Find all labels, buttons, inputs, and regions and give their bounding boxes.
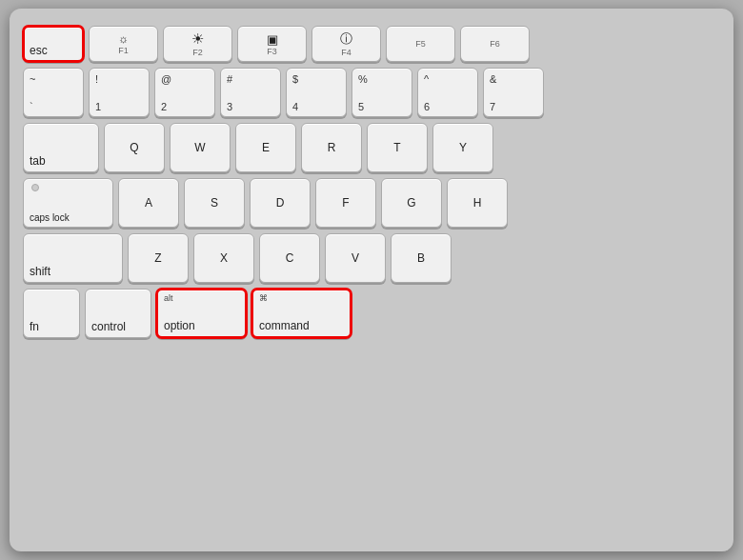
caps-lock-dot: [31, 184, 39, 191]
zxcv-row: shift Z X C V B: [23, 233, 720, 283]
w-label: W: [194, 141, 205, 154]
x-label: X: [220, 251, 228, 265]
key-f4[interactable]: ⓘ F4: [311, 26, 381, 62]
5-symbol: %: [358, 73, 368, 85]
key-7[interactable]: & 7: [483, 68, 544, 117]
bottom-row: fn control alt option ⌘ command: [23, 289, 720, 338]
f-label: F: [342, 196, 349, 210]
number-row: ~ ` ! 1 @ 2 # 3 $ 4 % 5 ^ 6 & 7: [23, 68, 720, 117]
r-label: R: [328, 141, 336, 154]
f5-label: F5: [415, 39, 426, 49]
f3-label: F3: [267, 47, 277, 56]
key-d[interactable]: D: [250, 178, 311, 228]
key-f5[interactable]: F5: [386, 26, 455, 62]
c-label: C: [286, 251, 294, 265]
key-b[interactable]: B: [391, 233, 452, 283]
f1-label: F1: [118, 46, 129, 55]
1-symbol: !: [95, 73, 98, 85]
fn-label: fn: [30, 320, 39, 333]
t-label: T: [393, 141, 400, 154]
key-f1[interactable]: ☼ F1: [89, 26, 158, 62]
tilde-symbol: ~: [30, 73, 35, 85]
f3-icon: ▣: [267, 32, 278, 47]
key-t[interactable]: T: [367, 123, 428, 172]
key-5[interactable]: % 5: [351, 68, 412, 117]
key-option[interactable]: alt option: [156, 289, 247, 338]
a-label: A: [145, 196, 152, 210]
3-main: 3: [227, 101, 232, 112]
qwerty-row: tab Q W E R T Y: [23, 123, 720, 172]
v-label: V: [351, 251, 359, 265]
fn-row: esc ☼ F1 ☀ F2 ▣ F3 ⓘ F4 F5 F6: [23, 26, 720, 62]
command-label: command: [259, 319, 310, 332]
key-r[interactable]: R: [301, 123, 362, 172]
key-h[interactable]: H: [447, 178, 508, 228]
q-label: Q: [130, 141, 138, 154]
4-symbol: $: [292, 73, 298, 85]
key-f6[interactable]: F6: [460, 26, 530, 62]
f1-icon: ☼: [118, 32, 129, 46]
key-6[interactable]: ^ 6: [417, 68, 478, 117]
1-main: 1: [95, 101, 101, 112]
e-label: E: [262, 141, 270, 154]
shift-label: shift: [30, 265, 50, 278]
f2-icon: ☀: [191, 30, 204, 48]
key-tilde[interactable]: ~ `: [23, 68, 84, 117]
key-fn[interactable]: fn: [23, 289, 80, 338]
key-w[interactable]: W: [170, 123, 231, 172]
key-f[interactable]: F: [315, 178, 376, 228]
key-x[interactable]: X: [193, 233, 254, 283]
key-f3[interactable]: ▣ F3: [237, 26, 307, 62]
d-label: D: [276, 196, 285, 210]
key-e[interactable]: E: [235, 123, 296, 172]
2-main: 2: [161, 101, 167, 112]
f2-label: F2: [192, 48, 203, 57]
tab-label: tab: [30, 154, 46, 168]
key-f2[interactable]: ☀ F2: [163, 26, 232, 62]
key-command[interactable]: ⌘ command: [251, 289, 351, 338]
key-v[interactable]: V: [325, 233, 386, 283]
caps-lock-label: caps lock: [30, 212, 70, 223]
control-label: control: [91, 320, 126, 333]
key-control[interactable]: control: [85, 289, 151, 338]
6-symbol: ^: [424, 73, 429, 85]
key-q[interactable]: Q: [104, 123, 165, 172]
key-esc[interactable]: esc: [23, 26, 84, 62]
2-symbol: @: [161, 73, 171, 85]
g-label: G: [407, 196, 415, 210]
f4-icon: ⓘ: [340, 30, 352, 48]
key-1[interactable]: ! 1: [89, 68, 150, 117]
option-label: option: [164, 319, 195, 332]
keyboard: esc ☼ F1 ☀ F2 ▣ F3 ⓘ F4 F5 F6 ~ `: [10, 9, 733, 551]
key-2[interactable]: @ 2: [154, 68, 215, 117]
z-label: Z: [154, 251, 161, 265]
key-c[interactable]: C: [259, 233, 320, 283]
key-s[interactable]: S: [184, 178, 245, 228]
b-label: B: [417, 251, 425, 265]
tilde-main: `: [30, 101, 33, 112]
key-g[interactable]: G: [381, 178, 442, 228]
s-label: S: [211, 196, 218, 210]
key-shift[interactable]: shift: [23, 233, 123, 283]
f4-label: F4: [341, 48, 351, 57]
f6-label: F6: [490, 39, 500, 49]
option-top-label: alt: [164, 294, 173, 304]
7-main: 7: [490, 101, 495, 112]
key-4[interactable]: $ 4: [286, 68, 347, 117]
asdf-row: caps lock A S D F G H: [23, 178, 720, 228]
esc-label: esc: [30, 44, 48, 57]
6-main: 6: [424, 101, 430, 112]
key-3[interactable]: # 3: [220, 68, 281, 117]
key-z[interactable]: Z: [128, 233, 189, 283]
7-symbol: &: [490, 73, 496, 85]
command-top-label: ⌘: [259, 294, 268, 304]
h-label: H: [473, 196, 482, 210]
3-symbol: #: [227, 73, 232, 85]
y-label: Y: [459, 141, 467, 154]
key-y[interactable]: Y: [432, 123, 493, 172]
5-main: 5: [358, 101, 364, 112]
key-a[interactable]: A: [118, 178, 179, 228]
4-main: 4: [292, 101, 298, 112]
key-caps-lock[interactable]: caps lock: [23, 178, 113, 228]
key-tab[interactable]: tab: [23, 123, 99, 172]
